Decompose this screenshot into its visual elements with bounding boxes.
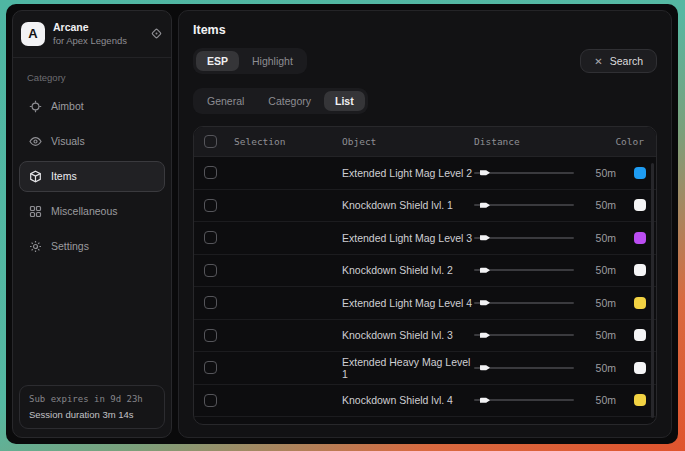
gear-icon: [29, 240, 42, 253]
object-name: Extended Light Mag Level 2: [342, 167, 474, 179]
app-logo: A: [21, 22, 45, 46]
slider-thumb[interactable]: [480, 234, 490, 241]
distance-value: 50m: [574, 232, 620, 244]
view-tabs-row: General Category List: [193, 88, 657, 114]
color-swatch[interactable]: [634, 394, 646, 406]
grid-icon: [29, 205, 42, 218]
app-name: Arcane: [53, 21, 127, 35]
sidebar: A Arcane for Apex Legends Category: [12, 10, 172, 438]
row-checkbox[interactable]: [204, 329, 217, 342]
package-icon: [29, 170, 42, 183]
eye-icon: [29, 135, 42, 148]
row-checkbox[interactable]: [204, 361, 217, 374]
table-row: Extended Heavy Mag Level 1 50m: [194, 352, 656, 385]
object-name: Knockdown Shield lvl. 1: [342, 199, 474, 211]
color-swatch[interactable]: [634, 362, 646, 374]
color-swatch[interactable]: [634, 329, 646, 341]
diamond-target-icon[interactable]: [150, 27, 163, 40]
tab-highlight[interactable]: Highlight: [241, 51, 304, 71]
object-name: Extended Light Mag Level 3: [342, 232, 474, 244]
distance-value: 50m: [574, 264, 620, 276]
distance-value: 50m: [574, 297, 620, 309]
sidebar-item-aimbot[interactable]: Aimbot: [19, 91, 165, 122]
distance-value: 50m: [574, 362, 620, 374]
distance-value: 50m: [574, 329, 620, 341]
row-checkbox[interactable]: [204, 296, 217, 309]
app-window: A Arcane for Apex Legends Category: [6, 4, 678, 444]
row-checkbox[interactable]: [204, 394, 217, 407]
slider-thumb[interactable]: [480, 202, 490, 209]
tab-esp[interactable]: ESP: [196, 51, 239, 71]
sidebar-spacer: [13, 264, 171, 377]
distance-slider[interactable]: [474, 264, 574, 276]
slider-thumb[interactable]: [480, 267, 490, 274]
tab-category[interactable]: Category: [257, 91, 322, 111]
sub-expires-text: Sub expires in 9d 23h: [29, 394, 155, 404]
slider-thumb[interactable]: [480, 299, 490, 306]
table-row: Knockdown Shield lvl. 3 50m: [194, 320, 656, 353]
distance-slider[interactable]: [474, 362, 574, 374]
table-scrollbar[interactable]: [651, 163, 654, 418]
color-swatch[interactable]: [634, 297, 646, 309]
distance-slider[interactable]: [474, 232, 574, 244]
distance-value: 50m: [574, 394, 620, 406]
table-header-row: Selection Object Distance Color: [194, 127, 656, 157]
distance-value: 50m: [574, 199, 620, 211]
object-name: Knockdown Shield lvl. 3: [342, 329, 474, 341]
items-table: Selection Object Distance Color Extended…: [193, 126, 657, 425]
distance-slider[interactable]: [474, 297, 574, 309]
session-duration-text: Session duration 3m 14s: [29, 409, 155, 420]
sidebar-item-label: Items: [51, 170, 77, 182]
x-icon: ✕: [594, 56, 602, 67]
sidebar-item-visuals[interactable]: Visuals: [19, 126, 165, 157]
object-name: Knockdown Shield lvl. 2: [342, 264, 474, 276]
app-subtitle: for Apex Legends: [53, 35, 127, 47]
crosshair-icon: [29, 100, 42, 113]
tab-list[interactable]: List: [324, 91, 365, 111]
sidebar-item-label: Miscellaneous: [51, 205, 118, 217]
object-name: Extended Heavy Mag Level 1: [342, 356, 474, 380]
table-row: Knockdown Shield lvl. 1 50m: [194, 190, 656, 223]
column-header-color: Color: [574, 136, 646, 147]
distance-value: 50m: [574, 167, 620, 179]
sidebar-item-items[interactable]: Items: [19, 161, 165, 192]
tab-general[interactable]: General: [196, 91, 255, 111]
table-row: Extended Light Mag Level 3 50m: [194, 222, 656, 255]
sidebar-header: A Arcane for Apex Legends: [13, 11, 171, 58]
row-checkbox[interactable]: [204, 231, 217, 244]
distance-slider[interactable]: [474, 199, 574, 211]
sidebar-item-label: Aimbot: [51, 100, 84, 112]
slider-thumb[interactable]: [480, 169, 490, 176]
column-header-selection: Selection: [234, 136, 342, 147]
sidebar-section-label: Category: [13, 58, 171, 89]
search-button[interactable]: ✕ Search: [580, 49, 657, 73]
distance-slider[interactable]: [474, 329, 574, 341]
table-body: Extended Light Mag Level 2 50m Knockdown…: [194, 157, 656, 425]
mode-tabs: ESP Highlight: [193, 48, 307, 74]
sidebar-nav: Aimbot Visuals Items: [13, 89, 171, 264]
slider-thumb[interactable]: [480, 364, 490, 371]
row-checkbox[interactable]: [204, 166, 217, 179]
table-row: Knockdown Shield lvl. 4 50m: [194, 385, 656, 418]
slider-thumb[interactable]: [480, 332, 490, 339]
search-button-label: Search: [610, 55, 643, 67]
toolbar: ESP Highlight ✕ Search: [193, 48, 657, 74]
color-swatch[interactable]: [634, 199, 646, 211]
sidebar-item-miscellaneous[interactable]: Miscellaneous: [19, 196, 165, 227]
color-swatch[interactable]: [634, 232, 646, 244]
row-checkbox[interactable]: [204, 199, 217, 212]
page-title: Items: [193, 23, 657, 37]
distance-slider[interactable]: [474, 394, 574, 406]
slider-thumb[interactable]: [480, 397, 490, 404]
table-row: Extended Light Mag Level 4 50m: [194, 287, 656, 320]
color-swatch[interactable]: [634, 167, 646, 179]
sidebar-item-settings[interactable]: Settings: [19, 231, 165, 262]
column-header-distance: Distance: [474, 136, 574, 147]
table-row: Extended Light Mag Level 2 50m: [194, 157, 656, 190]
select-all-checkbox[interactable]: [204, 135, 217, 148]
view-tabs: General Category List: [193, 88, 368, 114]
row-checkbox[interactable]: [204, 264, 217, 277]
app-title-block: Arcane for Apex Legends: [53, 21, 127, 47]
distance-slider[interactable]: [474, 167, 574, 179]
color-swatch[interactable]: [634, 264, 646, 276]
